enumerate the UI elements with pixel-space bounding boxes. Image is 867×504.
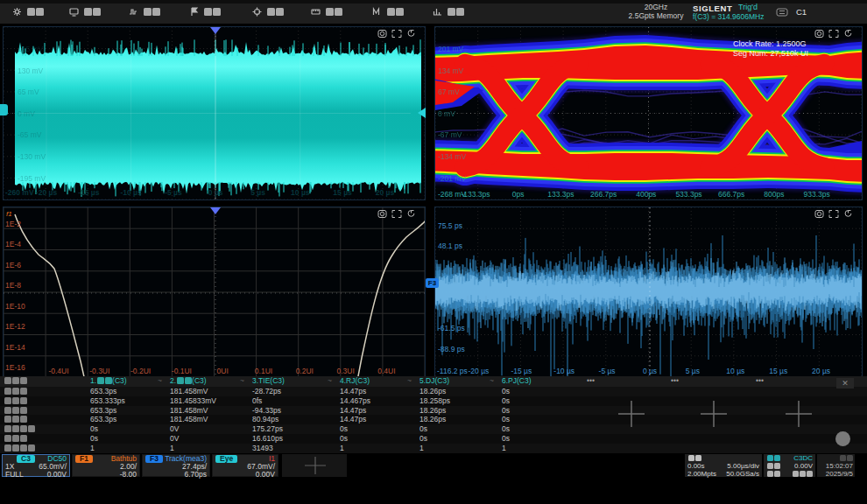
svg-text:-0.3UI: -0.3UI xyxy=(89,367,109,375)
svg-text:0 µs: 0 µs xyxy=(208,188,223,197)
svg-text:-15 µs: -15 µs xyxy=(78,188,100,197)
svg-text:5 µs: 5 µs xyxy=(250,188,265,197)
svg-text:800ps: 800ps xyxy=(764,190,784,199)
svg-text:10 µs: 10 µs xyxy=(291,188,310,197)
svg-text:48.1 ps: 48.1 ps xyxy=(438,242,462,250)
svg-text:0ps: 0ps xyxy=(512,190,525,199)
svg-text:933.3ps: 933.3ps xyxy=(803,190,829,199)
svg-text:-5 µs: -5 µs xyxy=(599,367,616,375)
svg-text:-133.3ps: -133.3ps xyxy=(461,190,490,199)
svg-text:0 µs: 0 µs xyxy=(643,367,657,375)
svg-text:Seg Num: 27,510k UI: Seg Num: 27,510k UI xyxy=(733,49,808,58)
svg-text:-20 µs: -20 µs xyxy=(469,367,490,375)
svg-text:1E-14: 1E-14 xyxy=(5,343,25,352)
svg-text:-201 mV: -201 mV xyxy=(438,174,466,183)
svg-text:-260 mV: -260 mV xyxy=(5,188,34,197)
svg-text:20 µs: 20 µs xyxy=(376,188,395,197)
svg-text:f1: f1 xyxy=(6,210,12,218)
svg-text:-134 mV: -134 mV xyxy=(438,152,466,161)
svg-text:-61.5 ps: -61.5 ps xyxy=(438,324,465,332)
svg-text:-65 mV: -65 mV xyxy=(18,130,42,139)
svg-text:-10 µs: -10 µs xyxy=(120,188,142,197)
svg-text:201 mV: 201 mV xyxy=(438,45,464,53)
svg-text:-0.4UI: -0.4UI xyxy=(48,367,68,375)
svg-text:130 mV: 130 mV xyxy=(18,66,44,75)
svg-text:266.7ps: 266.7ps xyxy=(590,190,617,199)
svg-text:-10 µs: -10 µs xyxy=(553,367,574,375)
svg-text:1E-6: 1E-6 xyxy=(5,261,21,270)
svg-text:133.3ps: 133.3ps xyxy=(547,190,574,199)
svg-text:666.7ps: 666.7ps xyxy=(718,190,744,199)
svg-text:10 µs: 10 µs xyxy=(726,367,744,375)
svg-text:1E-10: 1E-10 xyxy=(5,302,25,311)
svg-text:-195 mV: -195 mV xyxy=(18,174,46,183)
svg-text:0UI: 0UI xyxy=(217,367,229,375)
svg-text:134 mV: 134 mV xyxy=(438,66,464,75)
svg-text:533.3ps: 533.3ps xyxy=(675,190,701,199)
svg-text:75.5 ps: 75.5 ps xyxy=(438,221,462,230)
svg-text:Clock Rate: 1.2500G: Clock Rate: 1.2500G xyxy=(733,39,807,48)
svg-text:15 µs: 15 µs xyxy=(769,367,787,375)
svg-text:5 µs: 5 µs xyxy=(686,367,700,375)
svg-text:0.2UI: 0.2UI xyxy=(296,367,314,375)
svg-text:1E-12: 1E-12 xyxy=(5,322,25,331)
svg-text:-67 mV: -67 mV xyxy=(438,130,462,139)
svg-text:0.3UI: 0.3UI xyxy=(336,367,354,375)
svg-text:-116.2 ps: -116.2 ps xyxy=(437,367,468,375)
svg-text:-88.9 ps: -88.9 ps xyxy=(438,345,465,354)
svg-text:0.4UI: 0.4UI xyxy=(377,367,395,375)
svg-text:1E-8: 1E-8 xyxy=(5,281,21,290)
svg-text:20 µs: 20 µs xyxy=(812,367,830,375)
svg-text:-20 µs: -20 µs xyxy=(36,188,58,197)
svg-text:65 mV: 65 mV xyxy=(18,88,39,96)
svg-text:1E-2: 1E-2 xyxy=(5,220,21,228)
svg-text:-15 µs: -15 µs xyxy=(511,367,532,375)
svg-text:15 µs: 15 µs xyxy=(333,188,352,197)
svg-text:67 mV: 67 mV xyxy=(438,88,460,96)
svg-text:-0.2UI: -0.2UI xyxy=(130,367,151,375)
svg-text:1E-16: 1E-16 xyxy=(5,363,25,372)
svg-text:400ps: 400ps xyxy=(636,190,656,199)
svg-text:0.1UI: 0.1UI xyxy=(255,367,272,375)
svg-text:-5 µs: -5 µs xyxy=(165,188,182,197)
svg-text:195 mV: 195 mV xyxy=(18,45,44,53)
svg-text:-0.1UI: -0.1UI xyxy=(172,367,192,375)
svg-text:0 mV: 0 mV xyxy=(438,109,455,118)
svg-text:-130 mV: -130 mV xyxy=(18,152,46,161)
svg-text:1E-4: 1E-4 xyxy=(5,240,21,248)
